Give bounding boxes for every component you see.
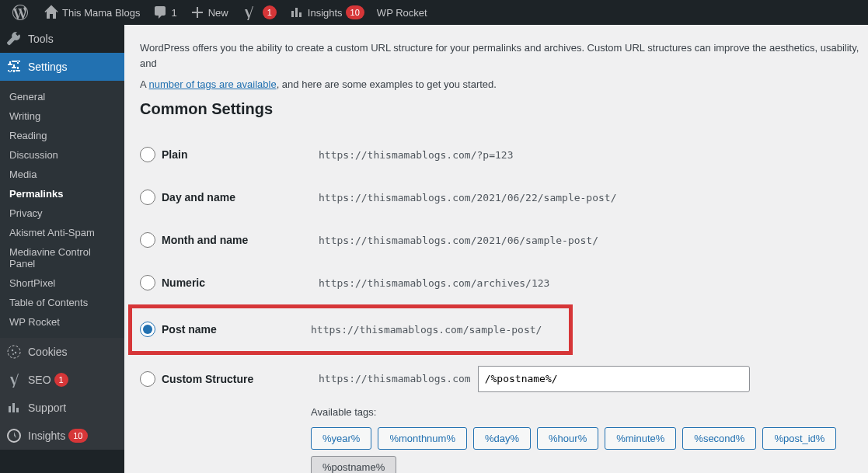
intro-paragraph-2: A number of tags are available, and here… xyxy=(140,77,868,92)
permalink-label-0: Plain xyxy=(162,148,187,161)
menu-tools[interactable]: Tools xyxy=(0,25,124,53)
insights-count-badge: 10 xyxy=(346,5,364,19)
insights-link[interactable]: Insights10 xyxy=(283,0,371,25)
yoast-small-icon xyxy=(6,372,22,388)
menu-insights-count-badge: 10 xyxy=(68,429,87,443)
yoast-icon xyxy=(241,5,256,20)
menu-seo-label: SEO xyxy=(28,374,51,386)
menu-support-label: Support xyxy=(28,402,66,414)
wrench-icon xyxy=(6,31,22,47)
tags-available-link[interactable]: number of tags are available xyxy=(149,78,277,90)
plus-icon xyxy=(190,5,205,20)
tag-second[interactable]: %second% xyxy=(682,427,756,450)
permalink-url-2: https://thismamablogs.com/2021/06/sample… xyxy=(311,230,606,251)
comments-count: 1 xyxy=(171,7,176,19)
permalink-radio-4[interactable] xyxy=(140,322,155,337)
home-icon xyxy=(44,5,59,20)
settings-sub-akismet-anti-spam[interactable]: Akismet Anti-Spam xyxy=(0,223,124,242)
intro-text-b: A xyxy=(140,78,149,90)
permalink-label-4: Post name xyxy=(162,323,217,336)
menu-tools-label: Tools xyxy=(28,33,54,45)
custom-base-url: https://thismamablogs.com xyxy=(311,367,479,391)
permalink-url-1: https://thismamablogs.com/2021/06/22/sam… xyxy=(311,187,625,208)
permalink-url-4: https://thismamablogs.com/sample-post/ xyxy=(303,319,549,340)
tag-hour[interactable]: %hour% xyxy=(537,427,598,450)
svg-point-1 xyxy=(12,350,13,351)
permalink-label-1: Day and name xyxy=(162,191,235,203)
tag-year[interactable]: %year% xyxy=(311,427,371,450)
menu-settings[interactable]: Settings xyxy=(0,53,124,81)
settings-sub-privacy[interactable]: Privacy xyxy=(0,203,124,223)
settings-submenu: GeneralWritingReadingDiscussionMediaPerm… xyxy=(0,81,124,338)
intro-text-a: WordPress offers you the ability to crea… xyxy=(140,42,859,69)
custom-structure-radio[interactable] xyxy=(140,371,155,387)
comment-icon xyxy=(152,5,168,20)
menu-support[interactable]: Support xyxy=(0,394,124,422)
permalink-option-row: Month and namehttps://thismamablogs.com/… xyxy=(140,219,868,262)
main-content: WordPress offers you the ability to crea… xyxy=(124,25,868,473)
menu-cookies-label: Cookies xyxy=(28,346,68,358)
tag-monthnum[interactable]: %monthnum% xyxy=(378,427,467,450)
new-content-link[interactable]: New xyxy=(183,0,235,25)
comments-link[interactable]: 1 xyxy=(146,0,183,25)
new-label: New xyxy=(208,7,228,19)
settings-sub-writing[interactable]: Writing xyxy=(0,106,124,126)
permalink-option-row: Numerichttps://thismamablogs.com/archive… xyxy=(140,262,868,304)
custom-structure-row: Custom Structure https://thismamablogs.c… xyxy=(140,355,868,403)
chart-icon xyxy=(289,5,305,20)
settings-sub-mediavine-control-panel[interactable]: Mediavine Control Panel xyxy=(0,242,124,273)
permalink-label-3: Numeric xyxy=(162,276,205,289)
svg-point-3 xyxy=(12,353,14,355)
seo-count-badge: 1 xyxy=(54,373,68,387)
insights-label: Insights xyxy=(308,7,343,19)
menu-seo[interactable]: SEO1 xyxy=(0,366,124,394)
wprocket-label: WP Rocket xyxy=(377,7,427,19)
wordpress-icon xyxy=(12,5,28,20)
site-name-text: This Mama Blogs xyxy=(62,7,140,19)
sliders-icon xyxy=(6,59,22,75)
admin-toolbar: This Mama Blogs 1 New 1 Insights10 WP Ro… xyxy=(0,0,868,25)
custom-structure-input[interactable] xyxy=(478,366,750,392)
permalink-url-0: https://thismamablogs.com/?p=123 xyxy=(311,144,521,165)
permalink-option-row: Post namehttps://thismamablogs.com/sampl… xyxy=(128,304,573,355)
permalink-radio-0[interactable] xyxy=(140,147,155,162)
settings-sub-table-of-contents[interactable]: Table of Contents xyxy=(0,293,124,312)
permalink-option-row: Day and namehttps://thismamablogs.com/20… xyxy=(140,176,868,219)
settings-sub-permalinks[interactable]: Permalinks xyxy=(0,184,124,203)
yoast-count-badge: 1 xyxy=(263,5,277,19)
tag-minute[interactable]: %minute% xyxy=(605,427,676,450)
permalink-radio-3[interactable] xyxy=(140,275,155,290)
intro-text-c: , and here are some examples to get you … xyxy=(277,78,497,90)
insights-icon xyxy=(6,428,22,443)
permalink-radio-1[interactable] xyxy=(140,190,155,205)
svg-point-0 xyxy=(8,346,20,358)
tag-day[interactable]: %day% xyxy=(473,427,531,450)
settings-sub-reading[interactable]: Reading xyxy=(0,126,124,145)
tags-container: %year%%monthnum%%day%%hour%%minute%%seco… xyxy=(311,427,868,474)
permalink-url-3: https://thismamablogs.com/archives/123 xyxy=(311,273,557,294)
custom-structure-label: Custom Structure xyxy=(162,373,253,385)
permalink-label-2: Month and name xyxy=(162,234,248,246)
menu-insights[interactable]: Insights10 xyxy=(0,422,124,450)
permalink-radio-2[interactable] xyxy=(140,232,155,248)
permalink-option-row: Plainhttps://thismamablogs.com/?p=123 xyxy=(140,134,868,176)
menu-settings-label: Settings xyxy=(28,61,68,73)
menu-insights-label: Insights xyxy=(28,430,65,442)
settings-sub-general[interactable]: General xyxy=(0,87,124,106)
svg-point-2 xyxy=(15,352,16,353)
yoast-link[interactable]: 1 xyxy=(235,0,283,25)
menu-cookies[interactable]: Cookies xyxy=(0,338,124,366)
available-tags-label: Available tags: xyxy=(311,406,868,418)
wp-logo[interactable] xyxy=(6,0,37,25)
settings-sub-media[interactable]: Media xyxy=(0,165,124,184)
tag-postname[interactable]: %postname% xyxy=(311,456,396,474)
admin-sidebar: Tools Settings GeneralWritingReadingDisc… xyxy=(0,25,124,473)
tag-post_id[interactable]: %post_id% xyxy=(762,427,836,450)
intro-paragraph-1: WordPress offers you the ability to crea… xyxy=(140,40,868,71)
cookie-icon xyxy=(6,344,22,360)
settings-sub-shortpixel[interactable]: ShortPixel xyxy=(0,273,124,293)
site-name-link[interactable]: This Mama Blogs xyxy=(37,0,146,25)
settings-sub-discussion[interactable]: Discussion xyxy=(0,145,124,165)
wprocket-link[interactable]: WP Rocket xyxy=(371,0,434,25)
settings-sub-wp-rocket[interactable]: WP Rocket xyxy=(0,312,124,332)
